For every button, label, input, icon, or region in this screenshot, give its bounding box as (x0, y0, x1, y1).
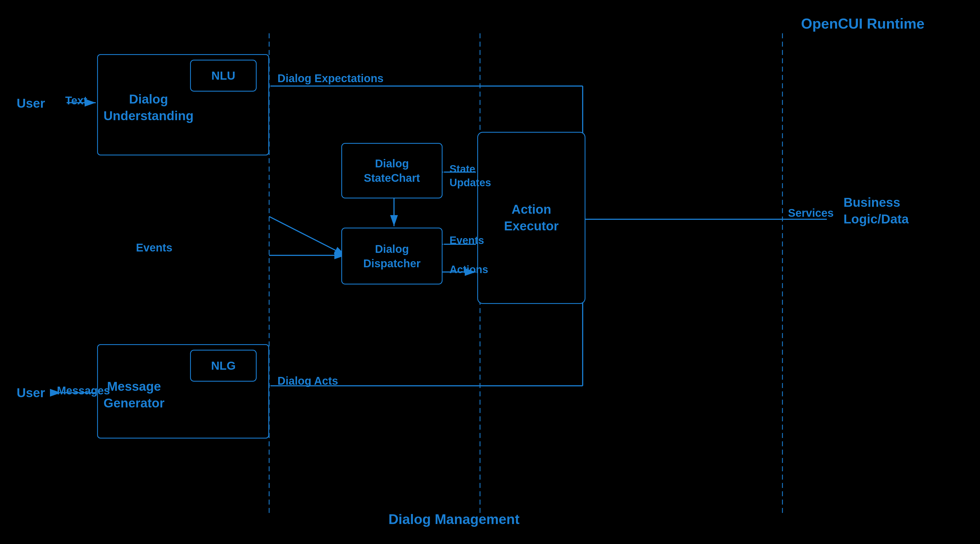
events-left-label: Events (136, 241, 172, 254)
actions-label: Actions (450, 264, 488, 276)
dialog-understanding-label: DialogUnderstanding (103, 91, 194, 124)
nlg-box: NLG (190, 350, 257, 381)
dialog-dispatcher-label: DialogDispatcher (363, 242, 421, 271)
messages-label: Messages (57, 384, 110, 397)
nlu-box: NLU (190, 60, 257, 92)
opencui-runtime-label: OpenCUI Runtime (801, 15, 924, 32)
events-right-label: Events (450, 235, 484, 246)
services-label: Services (788, 207, 834, 219)
dialog-statechart-box: DialogStateChart (341, 143, 442, 198)
diagram: OpenCUI Runtime DialogUnderstanding NLU … (0, 0, 980, 544)
dialog-expectations-label: Dialog Expectations (277, 72, 383, 85)
nlg-label: NLG (211, 359, 236, 372)
nlu-label: NLU (212, 69, 235, 83)
dialog-statechart-label: DialogStateChart (364, 156, 420, 185)
user-input-label: User (17, 96, 45, 111)
user-output-label: User (17, 385, 45, 400)
svg-line-9 (269, 217, 345, 255)
dialog-management-label: Dialog Management (388, 511, 519, 527)
text-arrow-label: Text (65, 94, 87, 107)
state-updates-label: StateUpdates (450, 163, 491, 190)
dialog-dispatcher-box: DialogDispatcher (341, 228, 442, 284)
action-executor-label: ActionExecutor (504, 201, 559, 235)
dialog-acts-label: Dialog Acts (277, 375, 338, 387)
message-generator-label: MessageGenerator (103, 378, 164, 412)
action-executor-box: ActionExecutor (477, 132, 585, 304)
business-logic-label: BusinessLogic/Data (843, 194, 909, 228)
